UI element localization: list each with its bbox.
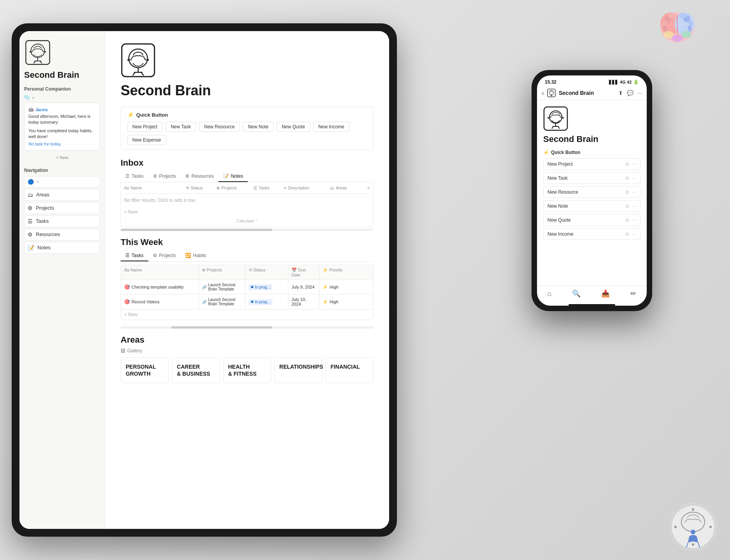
week-new-row[interactable]: + New bbox=[121, 310, 373, 320]
jarvis-card: 🤖 Jarvis Good afternoon, Michael, here i… bbox=[24, 103, 100, 150]
phone-row-settings-2[interactable]: ⊙ bbox=[625, 175, 629, 181]
area-card-health-fitness[interactable]: HEALTH & FITNESS bbox=[223, 357, 271, 383]
nav-icon: 🔵 bbox=[28, 179, 34, 185]
table-row: 🎯 Record Videos 🔗 Launch Second Brain Te… bbox=[121, 294, 373, 310]
tab-notes[interactable]: 📝 Notes bbox=[218, 171, 247, 182]
phone-new-task-row[interactable]: New Task ⊙ ··· bbox=[543, 172, 641, 184]
phone-row-more-1[interactable]: ··· bbox=[632, 161, 636, 167]
area-card-financial[interactable]: FINANCIAL bbox=[325, 357, 374, 383]
phone-new-income-row[interactable]: New Income ⊙ ··· bbox=[543, 228, 641, 240]
chat-icon[interactable]: 💬 bbox=[627, 90, 633, 96]
battery-icon: 🔋 bbox=[633, 79, 639, 85]
phone-nav-title: Second Brain bbox=[559, 90, 615, 96]
phone-row-more-4[interactable]: ··· bbox=[632, 203, 636, 209]
sidebar-item-resources[interactable]: ⚙ Resources bbox=[24, 229, 100, 240]
add-col-icon[interactable]: + bbox=[367, 185, 370, 191]
status-dot-2 bbox=[251, 301, 253, 303]
nav-icon-row: 🔵 ▾ bbox=[24, 176, 100, 187]
tasks-col-icon: ☰ bbox=[253, 186, 257, 191]
notes-icon: 📝 bbox=[28, 245, 34, 251]
sidebar-item-areas[interactable]: 🗂 Areas bbox=[24, 189, 100, 201]
sidebar-title: Second Brain bbox=[24, 70, 100, 80]
main-content: Second Brain ⚡ Quick Button New Project … bbox=[105, 31, 389, 529]
gallery-icon: 🖼 bbox=[121, 348, 125, 354]
notes-tab-label: Notes bbox=[231, 173, 243, 179]
new-income-button[interactable]: New Income bbox=[313, 122, 349, 132]
phone-row-settings-3[interactable]: ⊙ bbox=[625, 189, 629, 195]
share-icon[interactable]: ⬆ bbox=[618, 90, 623, 96]
svg-point-15 bbox=[147, 59, 149, 61]
sidebar-item-tasks[interactable]: ☰ Tasks bbox=[24, 215, 100, 227]
svg-point-9 bbox=[31, 44, 45, 58]
tab-projects[interactable]: ⚙ Projects bbox=[148, 171, 181, 182]
phone-quick-btn-header: ⚡ Quick Button bbox=[543, 150, 641, 155]
tasks-label: Tasks bbox=[36, 218, 49, 224]
task-2-icon: 🎯 bbox=[124, 299, 130, 304]
phone-nav-brain-icon bbox=[547, 89, 556, 97]
phone-row-settings-5[interactable]: ⊙ bbox=[625, 217, 629, 223]
phone-new-resource-row[interactable]: New Resource ⊙ ··· bbox=[543, 186, 641, 198]
tw-col-status: ⟲ Status bbox=[246, 265, 288, 280]
task-1-name: 🎯 Checking template usability bbox=[121, 280, 199, 294]
area-card-personal-growth[interactable]: PERSONAL GROWTH bbox=[121, 357, 169, 383]
network-label: 4G 42 bbox=[620, 80, 632, 84]
col-name: Aa Name bbox=[124, 185, 186, 191]
area-card-relationships[interactable]: RELATIONSHIPS bbox=[274, 357, 323, 383]
edit-icon[interactable]: ✏ bbox=[630, 289, 636, 298]
svg-point-14 bbox=[128, 59, 130, 61]
phone-status-right: ▋▋▋ 4G 42 🔋 bbox=[609, 79, 639, 85]
phone-new-quote-row[interactable]: New Quote ⊙ ··· bbox=[543, 214, 641, 226]
desc-icon: ≡ bbox=[284, 186, 286, 190]
svg-point-7 bbox=[672, 35, 683, 42]
sidebar: Second Brain Personal Companion 🫧 ▾ 🤖 Ja… bbox=[19, 31, 105, 529]
phone-back-button[interactable]: ‹ bbox=[542, 89, 544, 97]
phone-new-project-row[interactable]: New Project ⊙ ··· bbox=[543, 158, 641, 170]
projects-label: Projects bbox=[36, 205, 54, 211]
phone-row-settings-1[interactable]: ⊙ bbox=[625, 161, 629, 167]
phone-row-more-2[interactable]: ··· bbox=[632, 175, 636, 181]
task-2-status: In prog... bbox=[246, 294, 288, 309]
task-1-duedate: July 9, 2024 bbox=[288, 280, 319, 294]
inbox-new-row[interactable]: + New bbox=[124, 207, 370, 217]
phone-row-more-6[interactable]: ··· bbox=[632, 231, 636, 237]
col-areas: 🗂 Areas bbox=[330, 185, 367, 191]
tab-week-habits[interactable]: 🔁 Habits bbox=[181, 250, 211, 261]
svg-point-29 bbox=[692, 543, 694, 546]
quick-button-section: ⚡ Quick Button New Project New Task New … bbox=[121, 107, 374, 150]
new-task-button[interactable]: New Task bbox=[166, 122, 196, 132]
tab-week-tasks[interactable]: ☰ Tasks bbox=[121, 250, 148, 261]
projects-tab-label: Projects bbox=[159, 173, 176, 179]
svg-point-4 bbox=[679, 13, 687, 19]
inbox-title: Inbox bbox=[121, 158, 374, 168]
inbox-calculate[interactable]: Calculate ˅ bbox=[124, 217, 370, 225]
week-projects-label: Projects bbox=[159, 253, 176, 258]
more-icon[interactable]: ··· bbox=[637, 90, 642, 96]
notion-app: Second Brain Personal Companion 🫧 ▾ 🤖 Ja… bbox=[19, 31, 389, 529]
phone-row-settings-4[interactable]: ⊙ bbox=[625, 203, 629, 209]
inbox-icon[interactable]: 📥 bbox=[601, 289, 610, 298]
sidebar-item-notes[interactable]: 📝 Notes bbox=[24, 242, 100, 254]
new-expense-button[interactable]: New Expense bbox=[127, 135, 166, 145]
status-badge-2: In prog... bbox=[249, 299, 272, 305]
new-companion-button[interactable]: + New bbox=[24, 154, 100, 161]
phone-row-more-3[interactable]: ··· bbox=[632, 189, 636, 195]
new-project-button[interactable]: New Project bbox=[127, 122, 163, 132]
phone-new-note-row[interactable]: New Note ⊙ ··· bbox=[543, 200, 641, 212]
name-col-label: Name bbox=[130, 186, 142, 190]
tab-tasks[interactable]: ☰ Tasks bbox=[121, 171, 148, 182]
new-resource-button[interactable]: New Resource bbox=[199, 122, 240, 132]
search-icon[interactable]: 🔍 bbox=[572, 289, 581, 298]
top-right-brain-icon bbox=[656, 8, 699, 51]
companion-icon: 🫧 bbox=[24, 95, 30, 100]
tab-week-projects[interactable]: ⚙ Projects bbox=[148, 250, 181, 261]
area-card-career-business[interactable]: CAREER & BUSINESS bbox=[172, 357, 220, 383]
phone-row-settings-6[interactable]: ⊙ bbox=[625, 231, 629, 237]
sidebar-item-projects[interactable]: ⚙ Projects bbox=[24, 202, 100, 214]
home-icon[interactable]: ⌂ bbox=[548, 290, 552, 298]
new-quote-button[interactable]: New Quote bbox=[277, 122, 310, 132]
phone-row-more-5[interactable]: ··· bbox=[632, 217, 636, 223]
tab-resources[interactable]: ⚙ Resources bbox=[181, 171, 218, 182]
new-note-button[interactable]: New Note bbox=[243, 122, 274, 132]
svg-point-19 bbox=[549, 111, 562, 123]
phone-content: Second Brain ⚡ Quick Button New Project … bbox=[537, 100, 647, 286]
